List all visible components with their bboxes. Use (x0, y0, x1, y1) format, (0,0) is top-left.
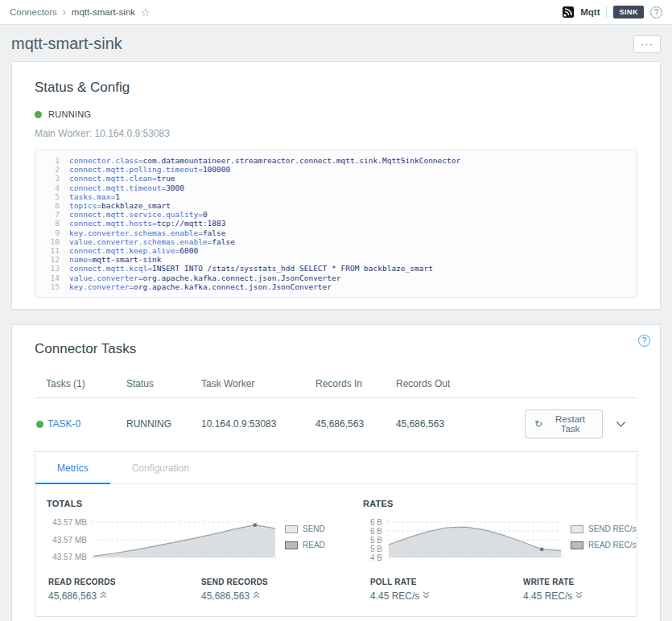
status-dot (35, 111, 42, 118)
stat-value: 4.45 REC/s (523, 590, 620, 602)
y-tick-label: 6 B (363, 527, 382, 536)
overflow-menu-button[interactable]: ··· (633, 35, 661, 53)
rates-area-chart (387, 517, 563, 564)
legend-label: SEND (303, 524, 325, 533)
records-out-cell: 45,686,563 (396, 418, 525, 430)
config-line: 5tasks.max=1 (42, 192, 630, 201)
stat-label: READ RECORDS (48, 578, 201, 586)
stat-label: POLL RATE (370, 578, 523, 586)
stats-row: READ RECORDS45,686,563SEND RECORDS45,686… (47, 578, 620, 602)
y-tick-label: 5 B (363, 536, 382, 545)
topbar: Connectors › mqtt-smart-sink ☆ Mqtt SINK… (0, 0, 672, 25)
legend-swatch (571, 541, 583, 549)
restart-task-label: Restart Task (547, 414, 593, 434)
restart-task-button[interactable]: ↻ Restart Task (525, 409, 603, 438)
status-config-card: Status & Config RUNNING Main Worker: 10.… (11, 61, 661, 310)
y-tick-label: 43.57 MB (47, 518, 87, 527)
trend-up-icon (100, 590, 107, 602)
y-tick-label: 4 B (363, 553, 382, 562)
task-name-cell: TASK-0 (36, 418, 126, 430)
breadcrumb-current: mqtt-smart-sink (72, 7, 135, 17)
stat: SEND RECORDS45,686,563 (201, 578, 370, 602)
stat-label: WRITE RATE (523, 578, 620, 586)
legend-swatch (285, 541, 298, 549)
stat: READ RECORDS45,686,563 (48, 578, 201, 602)
task-link[interactable]: TASK-0 (47, 418, 80, 430)
status-text: RUNNING (48, 109, 91, 119)
y-tick-label: 6 B (363, 518, 382, 527)
trend-up-icon (253, 590, 260, 602)
rates-title: RATES (363, 499, 620, 508)
legend-item: READ REC/s (571, 541, 636, 549)
config-line: 8connect.mqtt.hosts=tcp://mqtt:1883 (42, 219, 630, 228)
rates-y-axis: 6 B6 B5 B5 B4 B (363, 517, 387, 565)
totals-legend: SENDREAD (277, 517, 325, 564)
config-line: 14value.converter=org.apache.kafka.conne… (42, 273, 630, 282)
connector-type-info: Mqtt SINK ? (563, 6, 662, 19)
breadcrumb: Connectors › mqtt-smart-sink ☆ (10, 6, 150, 19)
tab-configuration[interactable]: Configuration (110, 452, 211, 483)
y-tick-label: 43.57 MB (47, 553, 87, 561)
y-tick-label: 43.57 MB (47, 536, 87, 545)
mqtt-logo-icon (563, 6, 574, 18)
rates-legend: SEND REC/sREAD REC/s (563, 517, 636, 565)
main-worker-line: Main Worker: 10.164.0.9:53083 (35, 128, 637, 139)
config-line: 12name=mqtt-smart-sink (42, 255, 630, 264)
trend-down-icon (423, 590, 430, 602)
config-line: 1connector.class=com.datamountaineer.str… (42, 156, 630, 165)
config-line: 11connect.mqtt.keep.alive=6000 (42, 246, 630, 255)
page-header: mqtt-smart-sink ··· (0, 25, 672, 61)
task-detail-panel: MetricsConfiguration TOTALS 43.57 MB43.5… (35, 451, 637, 617)
legend-item: SEND REC/s (571, 524, 636, 533)
stat: WRITE RATE4.45 REC/s (523, 578, 620, 602)
legend-item: READ (285, 541, 325, 549)
favorite-star-icon[interactable]: ☆ (141, 6, 150, 19)
legend-item: SEND (285, 524, 325, 533)
totals-area-chart (92, 517, 277, 564)
column-header: Status (126, 378, 201, 389)
config-line: 4connect.mqtt.timeout=3000 (42, 183, 630, 192)
config-line: 2connect.mqtt.polling.timeout=100000 (42, 165, 630, 174)
records-in-cell: 45,686,563 (315, 418, 396, 430)
config-line: 10value.converter.schemas.enable=false (42, 237, 630, 246)
stat-label: SEND RECORDS (201, 578, 370, 586)
collapse-task-chevron-icon[interactable] (616, 421, 626, 428)
legend-swatch (571, 525, 583, 533)
main-worker-label: Main Worker: (35, 128, 92, 139)
config-line: 15key.converter=org.apache.kafka.connect… (42, 282, 630, 291)
config-line: 6topics=backblaze_smart (42, 201, 630, 210)
main-worker-value: 10.164.0.9:53083 (94, 128, 169, 139)
detail-tabs: MetricsConfiguration (35, 452, 637, 484)
tasks-help-icon[interactable]: ? (638, 335, 650, 347)
help-icon[interactable]: ? (650, 6, 662, 19)
tasks-table-header: Tasks (1)StatusTask WorkerRecords InReco… (35, 378, 637, 398)
config-line: 9key.converter.schemas.enable=false (42, 228, 630, 237)
config-line: 13connect.mqtt.kcql=INSERT INTO /stats/s… (42, 264, 630, 273)
legend-label: SEND REC/s (588, 524, 636, 533)
connector-tasks-card: ? Connector Tasks Tasks (1)StatusTask Wo… (11, 324, 661, 621)
breadcrumb-separator: › (63, 6, 66, 18)
trend-down-icon (575, 590, 583, 602)
column-header: Tasks (1) (46, 378, 126, 389)
table-row: TASK-0 RUNNING 10.164.0.9:53083 45,686,5… (35, 398, 637, 450)
tab-metrics[interactable]: Metrics (35, 452, 110, 484)
task-status-dot (36, 421, 43, 428)
config-code: 1connector.class=com.datamountaineer.str… (35, 150, 637, 298)
page-title: mqtt-smart-sink (11, 35, 122, 53)
totals-chart-block: TOTALS 43.57 MB43.57 MB43.57 MB SENDREAD (47, 499, 348, 565)
connector-type-label: Mqtt (580, 7, 600, 17)
config-line: 7connect.mqtt.service.quality=0 (42, 210, 630, 219)
column-header: Records Out (396, 378, 525, 389)
config-line: 3connect.mqtt.clean=true (42, 174, 630, 183)
legend-swatch (285, 525, 298, 533)
totals-title: TOTALS (47, 499, 348, 508)
restart-icon: ↻ (534, 418, 542, 430)
sink-badge: SINK (613, 6, 644, 19)
stat-value: 45,686,563 (48, 590, 201, 602)
legend-label: READ REC/s (588, 541, 636, 549)
stat-value: 45,686,563 (201, 590, 370, 602)
legend-label: READ (303, 541, 325, 549)
column-header: Task Worker (201, 378, 315, 389)
breadcrumb-connectors-link[interactable]: Connectors (10, 7, 57, 17)
column-header: Records In (315, 378, 396, 389)
